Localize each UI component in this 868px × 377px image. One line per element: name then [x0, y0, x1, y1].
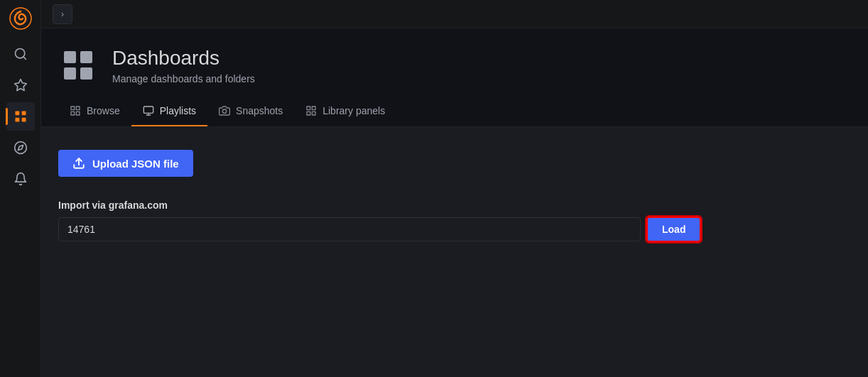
main-content: › Dashboards Manage dashboards and folde… — [41, 0, 868, 377]
svg-rect-4 — [15, 111, 19, 116]
page-title: Dashboards — [112, 46, 255, 70]
page-header: Dashboards Manage dashboards and folders — [41, 28, 868, 85]
svg-marker-9 — [18, 145, 23, 150]
grafana-logo[interactable] — [8, 6, 33, 31]
upload-json-button[interactable]: Upload JSON file — [58, 150, 193, 177]
svg-rect-10 — [64, 51, 76, 63]
tab-snapshots-label: Snapshots — [236, 105, 283, 116]
playlists-icon — [143, 105, 154, 116]
browse-icon — [70, 105, 81, 116]
tab-playlists-label: Playlists — [160, 105, 196, 116]
load-button[interactable]: Load — [646, 217, 701, 242]
svg-marker-3 — [14, 80, 26, 91]
svg-rect-5 — [21, 111, 26, 116]
svg-point-21 — [222, 109, 226, 113]
svg-rect-11 — [80, 51, 92, 63]
upload-btn-label: Upload JSON file — [92, 158, 179, 170]
sidebar-item-dashboards[interactable] — [6, 102, 35, 131]
svg-rect-16 — [71, 111, 75, 115]
import-row: Load — [58, 217, 851, 242]
svg-rect-24 — [307, 111, 310, 115]
tab-library-panels-label: Library panels — [322, 105, 385, 116]
svg-rect-6 — [15, 118, 19, 122]
page-subtitle: Manage dashboards and folders — [112, 73, 255, 84]
svg-rect-7 — [21, 118, 26, 122]
sidebar-item-alerting[interactable] — [6, 165, 35, 193]
svg-rect-18 — [143, 106, 153, 113]
snapshots-icon — [219, 105, 230, 116]
svg-point-8 — [14, 142, 26, 154]
tab-library-panels[interactable]: Library panels — [294, 97, 396, 126]
import-section: Import via grafana.com Load — [58, 200, 851, 242]
svg-rect-13 — [80, 67, 92, 80]
svg-rect-25 — [313, 111, 316, 115]
svg-rect-17 — [76, 111, 80, 115]
svg-rect-22 — [307, 106, 310, 110]
import-input[interactable] — [58, 217, 641, 241]
svg-rect-15 — [76, 106, 80, 110]
sidebar-toggle-button[interactable]: › — [53, 4, 72, 24]
svg-rect-12 — [64, 67, 76, 80]
sidebar-item-starred[interactable] — [6, 71, 35, 99]
import-label: Import via grafana.com — [58, 200, 851, 211]
svg-rect-14 — [71, 106, 75, 110]
tabs-bar: Browse Playlists Snapshots — [41, 97, 868, 127]
svg-rect-23 — [313, 106, 316, 110]
upload-icon — [72, 157, 85, 170]
dashboards-icon — [58, 45, 98, 85]
svg-line-2 — [23, 57, 26, 60]
topbar: › — [41, 0, 868, 28]
sidebar-item-search[interactable] — [6, 40, 35, 68]
tab-playlists[interactable]: Playlists — [131, 97, 207, 126]
sidebar-item-explore[interactable] — [6, 133, 35, 162]
sidebar — [0, 0, 41, 377]
tab-snapshots[interactable]: Snapshots — [207, 97, 294, 126]
library-icon — [305, 105, 317, 116]
content-area: Upload JSON file Import via grafana.com … — [41, 127, 868, 377]
page-header-text: Dashboards Manage dashboards and folders — [112, 46, 255, 84]
tab-browse-label: Browse — [87, 105, 120, 116]
tab-browse[interactable]: Browse — [58, 97, 131, 126]
